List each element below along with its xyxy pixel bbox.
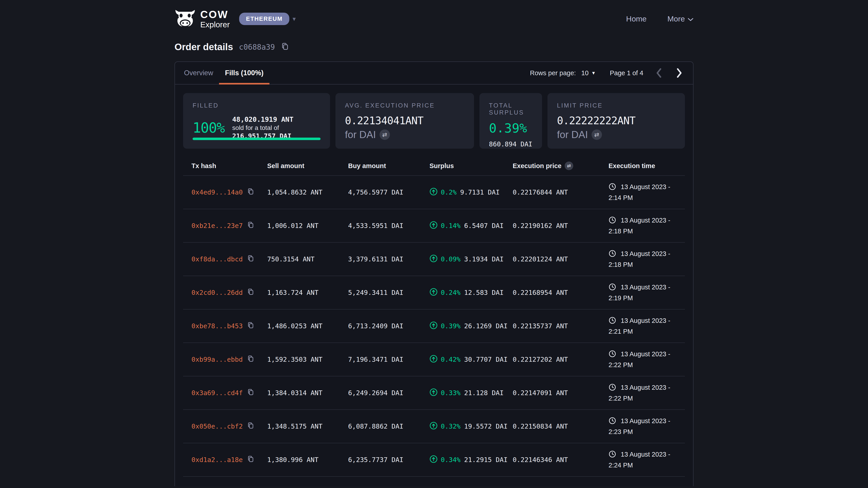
surplus-amount: 26.1269 DAI <box>464 322 507 330</box>
main-nav: Home More <box>626 14 693 23</box>
next-page-button[interactable] <box>675 68 684 78</box>
surplus-amount: 21.2915 DAI <box>464 456 507 464</box>
surplus-amount: 12.583 DAI <box>464 289 504 296</box>
copy-tx-hash-icon[interactable] <box>247 388 254 398</box>
cow-explorer-logo[interactable]: COW Explorer <box>175 9 230 29</box>
surplus-up-arrow-icon <box>430 422 438 431</box>
copy-tx-hash-icon[interactable] <box>247 288 254 297</box>
clock-icon <box>609 452 618 459</box>
tabs-bar: Overview Fills (100%) Rows per page: 10 … <box>175 62 693 85</box>
fill-progress-track <box>193 138 320 140</box>
surplus-amount: 30.7707 DAI <box>464 356 507 363</box>
page-title-row: Order details c0688a39 <box>175 41 693 53</box>
avg-price-unit: for DAI <box>345 129 376 140</box>
surplus-amount: 6.5407 DAI <box>464 222 504 230</box>
invert-price-icon[interactable]: ⇄ <box>592 129 602 140</box>
invert-price-icon[interactable]: ⇄ <box>379 129 390 140</box>
sell-amount: 1,592.3503 ANT <box>267 356 348 363</box>
copy-tx-hash-icon[interactable] <box>247 455 254 464</box>
surplus-amount: 21.128 DAI <box>464 389 504 397</box>
rows-per-page-label: Rows per page: <box>530 69 576 77</box>
total-surplus-card: TOTAL SURPLUS 0.39% 860.894 DAI <box>479 93 542 149</box>
tab-fills[interactable]: Fills (100%) <box>219 62 270 84</box>
tx-hash-link[interactable]: 0x2cd0...26dd <box>191 289 243 296</box>
tab-overview[interactable]: Overview <box>178 62 219 84</box>
buy-amount: 4,756.5977 DAI <box>348 188 430 196</box>
order-panel: Overview Fills (100%) Rows per page: 10 … <box>175 61 693 486</box>
table-row: 0xd1a2...a18e 1,380.996 ANT 6,235.7737 D… <box>183 443 685 477</box>
logo-wordmark: COW <box>200 9 230 20</box>
surplus-amount: 9.7131 DAI <box>460 188 500 196</box>
tx-hash-link[interactable]: 0x3a69...cd4f <box>191 389 243 397</box>
total-surplus-label: TOTAL SURPLUS <box>489 102 532 116</box>
rows-per-page-value: 10 <box>581 69 589 77</box>
surplus-amount: 3.1934 DAI <box>464 255 504 263</box>
avg-price-value: 0.22134041ANT <box>345 115 465 127</box>
clock-icon <box>609 252 618 259</box>
nav-home-link[interactable]: Home <box>626 14 647 23</box>
clock-icon <box>609 385 618 392</box>
copy-order-id-icon[interactable] <box>281 42 289 52</box>
col-header-tx-hash: Tx hash <box>191 162 267 170</box>
filled-amount: 48,020.1919 ANT <box>232 115 320 124</box>
col-header-buy-amount: Buy amount <box>348 162 430 170</box>
sell-amount: 1,006.012 ANT <box>267 222 348 230</box>
fill-progress-bar <box>193 138 320 140</box>
clock-icon <box>609 218 618 225</box>
nav-more-label: More <box>668 14 685 23</box>
tx-hash-link[interactable]: 0x4ed9...14a0 <box>191 188 243 196</box>
summary-cards: FILLED 100% 48,020.1919 ANT sold for a t… <box>175 93 693 149</box>
surplus-percent: 0.14% <box>441 222 460 230</box>
surplus-up-arrow-icon <box>430 388 438 398</box>
table-row: 0x050e...cbf2 1,348.5175 ANT 6,087.8862 … <box>183 410 685 443</box>
fills-table: Tx hash Sell amount Buy amount Surplus E… <box>183 156 685 477</box>
copy-tx-hash-icon[interactable] <box>247 355 254 364</box>
clock-icon <box>609 419 618 426</box>
buy-amount: 5,249.3411 DAI <box>348 289 430 296</box>
page-title: Order details <box>175 41 233 53</box>
table-row: 0xbe78...b453 1,486.0253 ANT 6,713.2409 … <box>183 310 685 343</box>
tx-hash-link[interactable]: 0xd1a2...a18e <box>191 456 243 464</box>
tx-hash-link[interactable]: 0xbe78...b453 <box>191 322 243 330</box>
execution-price: 0.22147091 ANT <box>513 389 609 397</box>
surplus-up-arrow-icon <box>430 188 438 197</box>
copy-tx-hash-icon[interactable] <box>247 322 254 331</box>
surplus-up-arrow-icon <box>430 321 438 331</box>
tx-hash-link[interactable]: 0xb99a...ebbd <box>191 356 243 363</box>
buy-amount: 4,533.5951 DAI <box>348 222 430 230</box>
filled-sold-prefix: sold for a total of <box>232 124 279 131</box>
execution-price: 0.22150834 ANT <box>513 422 609 430</box>
invert-price-icon[interactable]: ⇄ <box>565 162 573 170</box>
limit-price-label: LIMIT PRICE <box>557 102 675 109</box>
nav-more-menu[interactable]: More <box>668 14 693 23</box>
rows-per-page-select[interactable]: 10 ▼ <box>581 69 596 77</box>
tx-hash-link[interactable]: 0xf8da...dbcd <box>191 255 243 263</box>
tx-hash-link[interactable]: 0x050e...cbf2 <box>191 422 243 430</box>
network-caret-down-icon[interactable]: ▾ <box>292 15 296 23</box>
avg-execution-price-card: AVG. EXECUTION PRICE 0.22134041ANT for D… <box>336 93 474 149</box>
total-surplus-amount: 860.894 DAI <box>489 140 532 148</box>
network-selector-badge[interactable]: ETHEREUM <box>239 13 289 25</box>
surplus-up-arrow-icon <box>430 455 438 465</box>
buy-amount: 7,196.3471 DAI <box>348 356 430 363</box>
buy-amount: 6,087.8862 DAI <box>348 422 430 430</box>
previous-page-button[interactable] <box>654 68 664 78</box>
copy-tx-hash-icon[interactable] <box>247 255 254 264</box>
fills-table-body: 0x4ed9...14a0 1,054.8632 ANT 4,756.5977 … <box>183 176 685 477</box>
copy-tx-hash-icon[interactable] <box>247 422 254 431</box>
surplus-percent: 0.2% <box>441 188 457 196</box>
execution-price: 0.22146346 ANT <box>513 456 609 464</box>
table-row: 0x3a69...cd4f 1,384.0314 ANT 6,249.2694 … <box>183 377 685 410</box>
copy-tx-hash-icon[interactable] <box>247 221 254 230</box>
copy-tx-hash-icon[interactable] <box>247 188 254 197</box>
table-row: 0xb21e...23e7 1,006.012 ANT 4,533.5951 D… <box>183 209 685 242</box>
surplus-percent: 0.39% <box>441 322 460 330</box>
sell-amount: 1,384.0314 ANT <box>267 389 348 397</box>
surplus-percent: 0.34% <box>441 456 460 464</box>
limit-price-value: 0.22222222ANT <box>557 115 675 127</box>
page-indicator: Page 1 of 4 <box>610 69 643 77</box>
cow-head-icon <box>175 9 196 29</box>
tx-hash-link[interactable]: 0xb21e...23e7 <box>191 222 243 230</box>
col-header-surplus: Surplus <box>430 162 513 170</box>
surplus-percent: 0.24% <box>441 289 460 296</box>
